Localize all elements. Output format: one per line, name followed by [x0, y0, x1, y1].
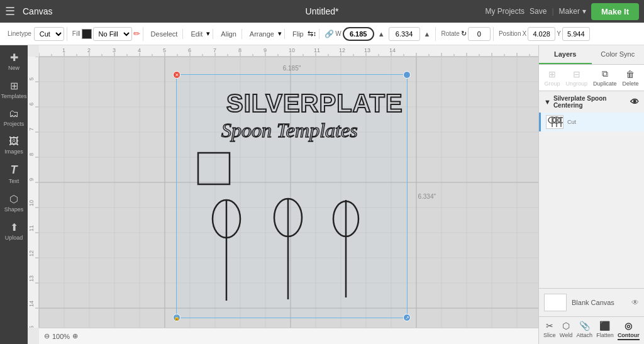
height-input[interactable]: [389, 27, 420, 41]
x-input[interactable]: [528, 27, 555, 41]
blank-canvas-swatch[interactable]: [544, 294, 567, 311]
rotate-input[interactable]: [468, 27, 491, 41]
maker-button[interactable]: Maker ▾: [559, 7, 586, 16]
slice-tool[interactable]: ✂ Slice: [543, 321, 556, 340]
position-group: Position X Y: [496, 27, 592, 41]
flatten-label: Flatten: [596, 332, 614, 338]
ruler-top: [39, 45, 538, 57]
blank-canvas-row: Blank Canvas 👁: [539, 289, 644, 317]
left-sidebar: ✚ New ⊞ Templates 🗂 Projects 🖼 Images T …: [0, 45, 28, 344]
flip-icons: ⇆↕: [308, 30, 317, 38]
duplicate-icon: ⧉: [602, 69, 608, 79]
flatten-tool[interactable]: ⬛ Flatten: [596, 321, 614, 340]
weld-tool[interactable]: ⬡ Weld: [560, 321, 572, 340]
svg-text:Spoon Templates: Spoon Templates: [221, 119, 358, 141]
text-icon: T: [11, 164, 18, 177]
weld-icon: ⬡: [562, 321, 570, 331]
slice-icon: ✂: [546, 321, 553, 331]
hamburger-icon[interactable]: ☰: [5, 4, 15, 18]
flatten-icon: ⬛: [599, 321, 610, 331]
svg-text:SILVERPLATE: SILVERPLATE: [226, 89, 403, 117]
deselect-button[interactable]: Deselect: [148, 29, 180, 39]
flip-group: Flip ⇆↕: [287, 29, 319, 39]
text-label: Text: [9, 178, 19, 184]
zoom-out-button[interactable]: ⊖: [44, 332, 50, 340]
attach-label: Attach: [576, 332, 592, 338]
contour-tool[interactable]: ◎ Contour: [618, 321, 640, 340]
align-group: Align: [216, 29, 242, 39]
shapes-label: Shapes: [4, 206, 24, 213]
arrange-button[interactable]: Arrange: [247, 29, 277, 39]
group-button[interactable]: ⊞ Group: [541, 68, 562, 88]
templates-icon: ⊞: [10, 80, 18, 92]
attach-icon: 📎: [579, 321, 590, 331]
sidebar-item-new[interactable]: ✚ New: [1, 48, 26, 75]
rotate-label: Rotate: [441, 30, 459, 37]
edit-dropdown-icon: ▾: [206, 30, 210, 38]
panel-bottom: Blank Canvas 👁 ✂ Slice ⬡ Weld 📎 Attach ⬛: [539, 288, 644, 344]
sidebar-item-upload[interactable]: ⬆ Upload: [1, 218, 26, 245]
canvas-content[interactable]: 6.185" 6.334" ✕ 🔒 ↗ SILVERPLATE Spoon Te…: [39, 57, 538, 328]
canvas-svg: SILVERPLATE Spoon Templates: [176, 74, 408, 318]
align-button[interactable]: Align: [218, 29, 238, 39]
new-icon: ✚: [10, 52, 18, 64]
width-input[interactable]: [343, 27, 374, 41]
h-stepper-up[interactable]: ▲: [421, 29, 433, 39]
delete-button[interactable]: 🗑 Delete: [619, 68, 641, 88]
delete-icon: 🗑: [626, 69, 635, 79]
ungroup-button[interactable]: ⊟ Ungroup: [563, 68, 590, 88]
layer-item[interactable]: Cut: [539, 113, 644, 131]
edit-button[interactable]: Edit: [188, 29, 205, 39]
x-label: X: [522, 30, 526, 37]
tab-layers[interactable]: Layers: [539, 45, 592, 64]
delete-label: Delete: [622, 80, 638, 87]
fill-color-swatch[interactable]: [82, 29, 92, 39]
blank-canvas-eye-icon[interactable]: 👁: [631, 298, 639, 307]
tab-color-sync[interactable]: Color Sync: [592, 45, 645, 64]
app-title: Canvas: [23, 6, 52, 16]
zoom-level: 100%: [52, 333, 70, 340]
ungroup-label: Ungroup: [565, 80, 587, 87]
bottom-panel-tools: ✂ Slice ⬡ Weld 📎 Attach ⬛ Flatten ◎ C: [539, 317, 644, 344]
layer-thumbnail: [546, 115, 564, 129]
lock-icon: 🔗: [325, 30, 334, 38]
upload-label: Upload: [5, 235, 23, 241]
make-it-button[interactable]: Make It: [591, 3, 639, 20]
duplicate-button[interactable]: ⧉ Duplicate: [591, 67, 619, 88]
sidebar-item-projects[interactable]: 🗂 Projects: [1, 104, 26, 131]
new-label: New: [8, 65, 19, 71]
panel-tabs: Layers Color Sync: [539, 45, 644, 65]
maker-label: Maker: [559, 7, 580, 16]
expand-icon[interactable]: ▼: [544, 98, 551, 106]
y-input[interactable]: [562, 27, 590, 41]
visibility-icon[interactable]: 👁: [630, 97, 639, 107]
right-panel: Layers Color Sync ⊞ Group ⊟ Ungroup ⧉ Du…: [538, 45, 644, 344]
group-label: Group: [544, 80, 560, 87]
w-stepper-up[interactable]: ▲: [375, 29, 387, 39]
flip-button[interactable]: Flip: [290, 29, 306, 39]
my-projects-button[interactable]: My Projects: [485, 7, 525, 16]
zoom-in-button[interactable]: ⊕: [72, 332, 78, 340]
save-button[interactable]: Save: [530, 7, 547, 16]
sidebar-item-shapes[interactable]: ⬡ Shapes: [1, 189, 26, 216]
linetype-select[interactable]: Cut: [34, 27, 64, 41]
chevron-down-icon: ▾: [582, 7, 586, 16]
bottom-bar: ⊖ 100% ⊕: [39, 328, 538, 344]
duplicate-label: Duplicate: [593, 80, 617, 87]
arrange-dropdown-icon: ▾: [278, 30, 282, 38]
projects-label: Projects: [4, 121, 25, 127]
attach-tool[interactable]: 📎 Attach: [576, 321, 592, 340]
shapes-icon: ⬡: [9, 193, 18, 205]
images-icon: 🖼: [9, 136, 19, 147]
svg-rect-2: [198, 153, 230, 184]
sidebar-item-images[interactable]: 🖼 Images: [1, 132, 26, 158]
fill-group: Fill No Fill ✏: [70, 27, 143, 41]
sidebar-item-text[interactable]: T Text: [1, 160, 26, 188]
sidebar-item-templates[interactable]: ⊞ Templates: [1, 76, 26, 103]
rotate-group: Rotate ↻: [438, 27, 493, 41]
edit-group: Edit ▾: [186, 29, 213, 39]
templates-label: Templates: [1, 93, 26, 99]
layer-type: Cut: [567, 119, 639, 125]
fill-select[interactable]: No Fill: [93, 27, 132, 41]
dimension-h-label: 6.334": [418, 193, 436, 200]
